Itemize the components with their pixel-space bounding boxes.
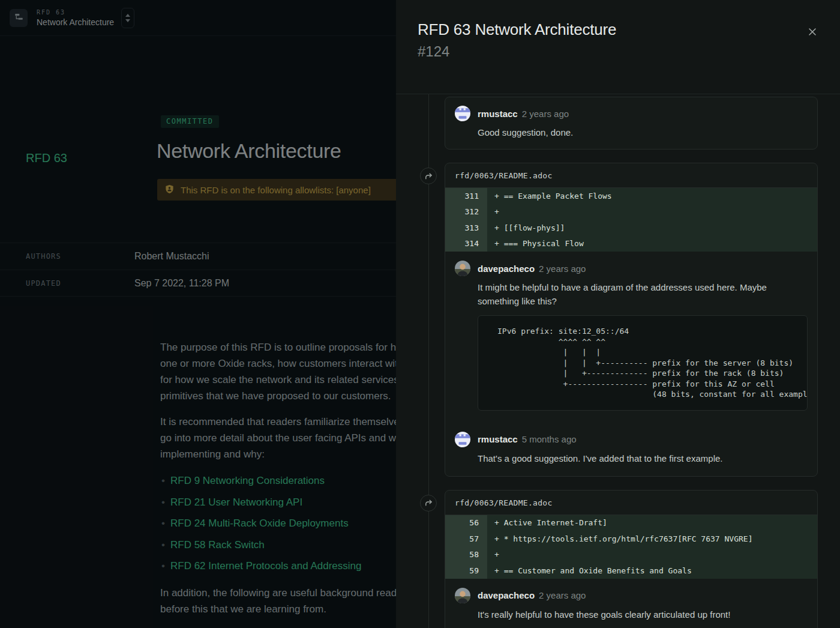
review-thread: rfd/0063/README.adoc 56 + Active Interne…: [445, 490, 818, 628]
diff-line-number: 312: [445, 204, 487, 220]
comment-body: It might be helpful to have a diagram of…: [478, 280, 808, 308]
diff-line-number: 313: [445, 220, 487, 236]
diff-code: +: [487, 547, 817, 563]
discussion-number: #124: [418, 43, 818, 60]
diff-line-number: 59: [445, 563, 487, 579]
discussion-timeline: rmustacc 2 years ago Good suggestion, do…: [396, 94, 840, 628]
ascii-line: IPv6 prefix: site:12_05::/64: [497, 326, 803, 337]
comment-header: rmustacc 5 months ago: [455, 432, 808, 447]
comment-author[interactable]: rmustacc: [478, 109, 518, 119]
thread-card: rfd/0063/README.adoc 311 + == Example Pa…: [445, 163, 818, 477]
comment-timestamp: 2 years ago: [539, 590, 586, 600]
comment-header: davepacheco 2 years ago: [455, 261, 808, 276]
ascii-line: (48 bits, constant for all examples): [497, 389, 803, 400]
thread-card: rfd/0063/README.adoc 56 + Active Interne…: [445, 490, 818, 628]
diff-row: 311 + == Example Packet Flows: [445, 188, 817, 204]
diff-line-number: 311: [445, 188, 487, 204]
discussion-panel: RFD 63 Network Architecture #124 rmustac…: [396, 0, 840, 628]
diff-block: 311 + == Example Packet Flows 312 + 313 …: [445, 188, 817, 252]
comment-timestamp: 5 months ago: [522, 434, 577, 444]
diff-row: 57 + * https://tools.ietf.org/html/rfc76…: [445, 531, 817, 547]
close-button[interactable]: [806, 26, 818, 38]
comment-body: Good suggestion, done.: [478, 125, 808, 139]
reply-arrow-icon: [420, 495, 437, 512]
thread-comment: davepacheco 2 years ago It might be help…: [445, 252, 817, 423]
diff-row: 56 + Active Internet-Draft]: [445, 515, 817, 531]
comment-timestamp: 2 years ago: [539, 264, 586, 274]
diff-row: 314 + === Physical Flow: [445, 236, 817, 252]
diff-row: 58 +: [445, 547, 817, 563]
diff-code: + Active Internet-Draft]: [487, 515, 817, 531]
diff-code: + * https://tools.ietf.org/html/rfc7637[…: [487, 531, 817, 547]
ascii-line: ^^^^ ^^ ^^: [497, 337, 803, 348]
thread-comment: rmustacc 5 months ago That's a good sugg…: [445, 423, 817, 476]
avatar: [455, 588, 470, 603]
reply-arrow-icon: [420, 168, 437, 184]
avatar: [455, 261, 470, 276]
discussion-title: RFD 63 Network Architecture: [418, 20, 818, 39]
comment-card: rmustacc 2 years ago Good suggestion, do…: [445, 97, 818, 149]
discussion-panel-header: RFD 63 Network Architecture #124: [396, 0, 840, 94]
diff-line-number: 58: [445, 547, 487, 563]
comment-body: That's a good suggestion. I've added tha…: [478, 451, 808, 465]
comment-body: It's really helpful to have these goals …: [478, 608, 808, 621]
diff-file-path[interactable]: rfd/0063/README.adoc: [445, 491, 817, 515]
comment-timestamp: 2 years ago: [522, 109, 569, 119]
review-thread: rfd/0063/README.adoc 311 + == Example Pa…: [445, 163, 818, 477]
comment-header: davepacheco 2 years ago: [455, 588, 808, 603]
ascii-line: +----------------- prefix for this AZ or…: [497, 379, 803, 390]
diff-code: + == Example Packet Flows: [487, 188, 817, 204]
comment-author[interactable]: rmustacc: [478, 434, 518, 444]
ascii-diagram: IPv6 prefix: site:12_05::/64 ^^^^ ^^ ^^ …: [478, 315, 808, 411]
diff-file-path[interactable]: rfd/0063/README.adoc: [445, 163, 817, 188]
diff-code: + [[flow-phys]]: [487, 220, 817, 236]
comment-author[interactable]: davepacheco: [478, 264, 535, 274]
thread-comment: davepacheco 2 years ago It's really help…: [445, 579, 817, 628]
diff-line-number: 57: [445, 531, 487, 547]
ascii-line: | | +---------- prefix for the server (8…: [497, 358, 803, 369]
comment-author[interactable]: davepacheco: [478, 590, 535, 600]
diff-code: + === Physical Flow: [487, 236, 817, 252]
diff-row: 313 + [[flow-phys]]: [445, 220, 817, 236]
diff-code: + == Customer and Oxide Benefits and Goa…: [487, 563, 817, 579]
diff-line-number: 56: [445, 515, 487, 531]
diff-row: 312 +: [445, 204, 817, 220]
diff-code: +: [487, 204, 817, 220]
avatar: [455, 106, 470, 121]
close-icon: [808, 28, 817, 38]
diff-block: 56 + Active Internet-Draft] 57 + * https…: [445, 515, 817, 579]
comment-header: rmustacc 2 years ago: [455, 106, 808, 121]
diff-line-number: 314: [445, 236, 487, 252]
ascii-line: | +------------- prefix for the rack (8 …: [497, 368, 803, 379]
diff-row: 59 + == Customer and Oxide Benefits and …: [445, 563, 817, 579]
ascii-line: | | |: [497, 347, 803, 358]
avatar: [455, 432, 470, 447]
